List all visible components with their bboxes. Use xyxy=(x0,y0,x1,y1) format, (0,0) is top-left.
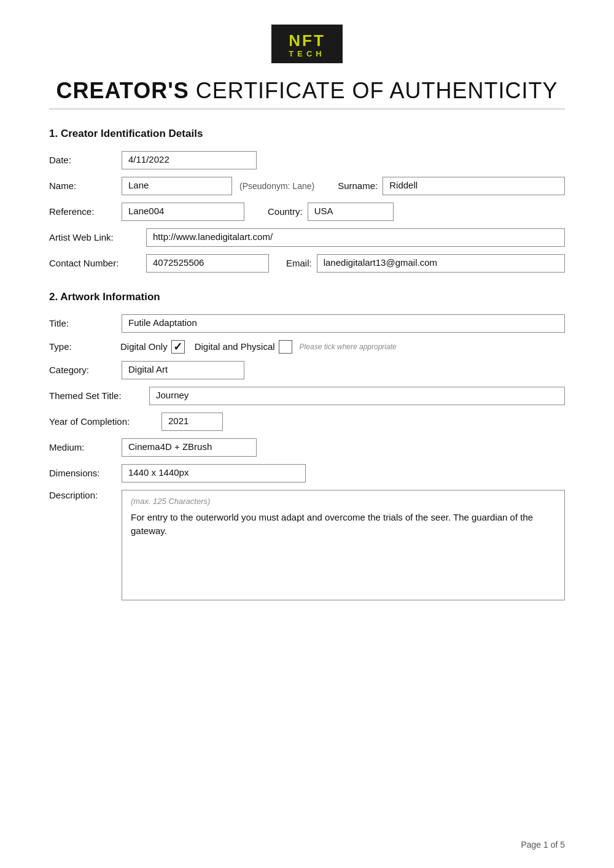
surname-field[interactable]: Riddell xyxy=(383,177,565,195)
country-label: Country: xyxy=(268,206,303,217)
category-row: Category: Digital Art xyxy=(49,361,565,379)
medium-row: Medium: Cinema4D + ZBrush xyxy=(49,438,565,457)
reference-label: Reference: xyxy=(49,206,117,217)
themed-label: Themed Set Title: xyxy=(49,390,144,401)
logo-tech-text: TECH xyxy=(289,50,325,58)
email-field[interactable]: lanedigitalart13@gmail.com xyxy=(317,254,565,273)
page-number: Page 1 of 5 xyxy=(521,840,565,850)
category-field[interactable]: Digital Art xyxy=(122,361,244,379)
surname-label: Surname: xyxy=(338,180,378,191)
date-field[interactable]: 4/11/2022 xyxy=(122,151,257,169)
section1-title: 1. Creator Identification Details xyxy=(49,128,565,140)
description-field[interactable]: (max. 125 Characters) For entry to the o… xyxy=(122,490,565,600)
digital-only-text: Digital Only xyxy=(120,341,168,352)
tick-note: Please tick where appropriate xyxy=(300,343,397,351)
logo-area: NFT TECH xyxy=(49,25,565,63)
digital-physical-text: Digital and Physical xyxy=(195,341,275,352)
contact-label: Contact Number: xyxy=(49,258,141,268)
description-label: Description: xyxy=(49,490,117,500)
email-label: Email: xyxy=(286,258,312,268)
section-creator-details: 1. Creator Identification Details Date: … xyxy=(49,128,565,273)
digital-only-option: Digital Only xyxy=(120,341,168,352)
weblink-row: Artist Web Link: http://www.lanedigitala… xyxy=(49,228,565,247)
date-label: Date: xyxy=(49,155,117,165)
dimensions-label: Dimensions: xyxy=(49,468,117,478)
weblink-label: Artist Web Link: xyxy=(49,232,141,242)
reference-row: Reference: Lane004 Country: USA xyxy=(49,203,565,221)
name-field[interactable]: Lane xyxy=(122,177,232,195)
country-field[interactable]: USA xyxy=(308,203,394,221)
logo-nft-text: NFT xyxy=(289,32,325,50)
dimensions-row: Dimensions: 1440 x 1440px xyxy=(49,464,565,482)
year-label: Year of Completion: xyxy=(49,416,157,427)
title-rest: CERTIFICATE OF AUTHENTICITY xyxy=(189,78,558,103)
contact-field[interactable]: 4072525506 xyxy=(146,254,269,273)
reference-field[interactable]: Lane004 xyxy=(122,203,244,221)
contact-row: Contact Number: 4072525506 Email: lanedi… xyxy=(49,254,565,273)
artwork-title-label: Title: xyxy=(49,318,117,328)
date-row: Date: 4/11/2022 xyxy=(49,151,565,169)
dimensions-field[interactable]: 1440 x 1440px xyxy=(122,464,306,482)
description-row: Description: (max. 125 Characters) For e… xyxy=(49,490,565,600)
weblink-field[interactable]: http://www.lanedigitalart.com/ xyxy=(146,228,565,247)
name-row: Name: Lane (Pseudonym: Lane) Surname: Ri… xyxy=(49,177,565,195)
page-title: CREATOR'S CERTIFICATE OF AUTHENTICITY xyxy=(49,78,565,104)
title-row: Title: Futile Adaptation xyxy=(49,314,565,333)
certificate-page: NFT TECH CREATOR'S CERTIFICATE OF AUTHEN… xyxy=(0,0,614,868)
digital-only-checkbox[interactable]: ✓ xyxy=(171,340,185,354)
section2-title: 2. Artwork Information xyxy=(49,291,565,303)
year-row: Year of Completion: 2021 xyxy=(49,413,565,431)
type-row: Type: Digital Only ✓ Digital and Physica… xyxy=(49,340,565,354)
type-label: Type: xyxy=(49,341,117,352)
name-label: Name: xyxy=(49,180,117,191)
description-placeholder: (max. 125 Characters) xyxy=(131,497,556,506)
artwork-title-field[interactable]: Futile Adaptation xyxy=(122,314,565,333)
themed-field[interactable]: Journey xyxy=(149,387,565,405)
medium-label: Medium: xyxy=(49,442,117,452)
category-label: Category: xyxy=(49,365,117,375)
section-artwork-info: 2. Artwork Information Title: Futile Ada… xyxy=(49,291,565,600)
themed-row: Themed Set Title: Journey xyxy=(49,387,565,405)
medium-field[interactable]: Cinema4D + ZBrush xyxy=(122,438,257,457)
pseudonym-text: (Pseudonym: Lane) xyxy=(239,181,314,191)
nft-tech-logo: NFT TECH xyxy=(271,25,343,63)
year-field[interactable]: 2021 xyxy=(161,413,223,431)
digital-physical-option: Digital and Physical xyxy=(195,341,275,352)
title-bold: CREATOR'S xyxy=(56,78,189,103)
title-divider xyxy=(49,109,565,109)
description-text: For entry to the outerworld you must ada… xyxy=(131,511,556,538)
digital-physical-checkbox[interactable] xyxy=(279,340,292,354)
